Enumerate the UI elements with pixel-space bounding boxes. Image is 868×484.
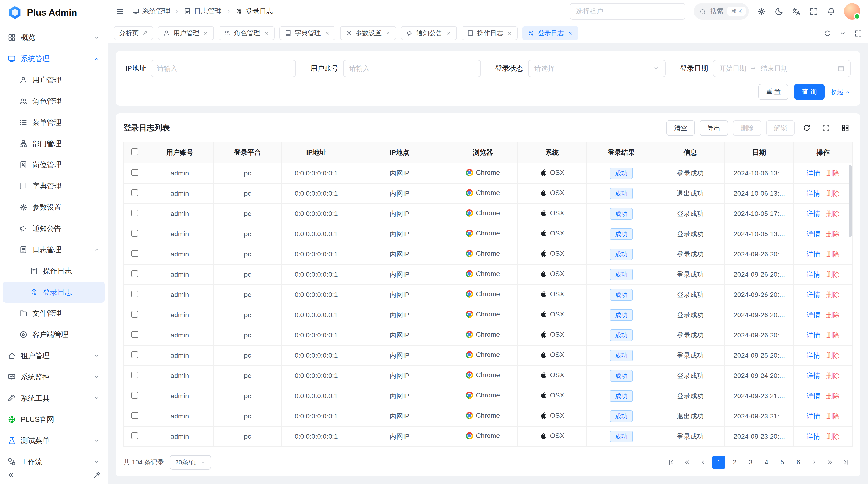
sidebar-item[interactable]: 测试菜单 [0,430,107,451]
sidebar-item[interactable]: 菜单管理 [0,112,107,133]
row-checkbox[interactable] [131,311,138,318]
row-checkbox[interactable] [131,230,138,237]
tab[interactable]: 操作日志 [462,26,518,40]
pagination-prev[interactable] [696,456,709,469]
pagination-first[interactable] [664,456,678,469]
tab-close-button[interactable] [203,29,209,37]
delete-link[interactable]: 删除 [826,291,840,298]
sidebar-item[interactable]: 工作流 [0,451,107,465]
pagination-page[interactable]: 2 [728,456,741,469]
collapse-filters-link[interactable]: 收起 [830,88,850,96]
sidebar-item[interactable]: 用户管理 [0,69,107,91]
table-refresh-button[interactable] [800,121,814,135]
export-button[interactable]: 导出 [700,120,728,136]
detail-link[interactable]: 详情 [807,291,820,298]
sidebar-item[interactable]: 参数设置 [0,197,107,218]
delete-link[interactable]: 删除 [826,311,840,319]
column-settings-button[interactable] [838,121,852,135]
pagination-page[interactable]: 1 [712,456,725,469]
tab[interactable]: 登录日志 [523,26,579,40]
tab[interactable]: 分析页 [114,26,153,40]
settings-button[interactable] [757,6,766,16]
delete-link[interactable]: 删除 [826,412,840,420]
detail-link[interactable]: 详情 [807,352,820,359]
breadcrumb-item[interactable]: 登录日志 [235,6,273,16]
delete-link[interactable]: 删除 [826,230,840,238]
delete-link[interactable]: 删除 [826,169,840,177]
row-checkbox[interactable] [131,250,138,257]
breadcrumb-item[interactable]: 系统管理 [132,6,170,16]
row-checkbox[interactable] [131,169,138,176]
sidebar-item[interactable]: 系统工具 [0,388,107,409]
row-checkbox[interactable] [131,210,138,217]
sidebar-item[interactable]: 文件管理 [0,303,107,324]
row-checkbox[interactable] [131,189,138,196]
sidebar-item[interactable]: 系统监控 [0,366,107,388]
delete-link[interactable]: 删除 [826,372,840,379]
row-checkbox[interactable] [131,372,138,379]
sidebar-item[interactable]: 字典管理 [0,175,107,197]
breadcrumb-item[interactable]: 日志管理 [184,6,222,16]
detail-link[interactable]: 详情 [807,392,820,400]
clear-button[interactable]: 清空 [666,120,695,136]
row-checkbox[interactable] [131,432,138,439]
detail-link[interactable]: 详情 [807,271,820,278]
row-checkbox[interactable] [131,392,138,399]
pagination-page[interactable]: 5 [776,456,789,469]
sidebar-item[interactable]: 租户管理 [0,345,107,366]
table-scrollbar[interactable] [849,165,851,237]
row-checkbox[interactable] [131,291,138,297]
delete-link[interactable]: 删除 [826,392,840,400]
sidebar-item[interactable]: 部门管理 [0,133,107,154]
theme-toggle-button[interactable] [774,6,784,16]
pagination-jump-back[interactable] [680,456,693,469]
language-button[interactable] [792,6,801,16]
pagination-page[interactable]: 3 [744,456,757,469]
pagination-page[interactable]: 6 [792,456,805,469]
row-checkbox[interactable] [131,351,138,358]
tab-close-button[interactable] [506,29,513,37]
delete-link[interactable]: 删除 [826,190,840,197]
sidebar-item[interactable]: 登录日志 [3,282,105,303]
delete-link[interactable]: 删除 [826,352,840,359]
table-fullscreen-button[interactable] [819,121,833,135]
row-checkbox[interactable] [131,412,138,419]
tab-close-button[interactable] [264,29,269,37]
pagination-jump-forward[interactable] [824,456,837,469]
sidebar-item[interactable]: 客户端管理 [0,324,107,345]
detail-link[interactable]: 详情 [807,169,820,177]
sidebar-item[interactable]: 系统管理 [0,48,107,69]
date-range-picker[interactable]: 开始日期结束日期 [713,60,850,77]
tenant-select[interactable]: 选择租户 [570,3,685,20]
sidebar-item[interactable]: 日志管理 [0,239,107,260]
pagination-last[interactable] [840,456,852,469]
unlock-button[interactable]: 解锁 [766,120,795,136]
detail-link[interactable]: 详情 [807,311,820,319]
detail-link[interactable]: 详情 [807,230,820,238]
menu-toggle-button[interactable] [116,7,124,16]
detail-link[interactable]: 详情 [807,372,820,379]
sidebar-item[interactable]: PLUS官网 [0,409,107,430]
refresh-tab-button[interactable] [824,29,831,38]
tab-close-button[interactable] [385,29,391,37]
sidebar-item[interactable]: 岗位管理 [0,154,107,175]
query-button[interactable]: 查 询 [794,84,825,100]
page-size-select[interactable]: 20条/页 [170,455,211,470]
detail-link[interactable]: 详情 [807,190,820,197]
tab[interactable]: 角色管理 [219,26,275,40]
tab-close-button[interactable] [324,29,330,37]
sidebar-pin-button[interactable] [93,470,101,479]
sidebar-item[interactable]: 操作日志 [0,260,107,282]
global-search[interactable]: 搜索 ⌘ K [694,3,749,20]
delete-link[interactable]: 删除 [826,210,840,218]
delete-link[interactable]: 删除 [826,331,840,339]
user-avatar[interactable] [844,3,860,20]
detail-link[interactable]: 详情 [807,210,820,218]
tab-close-button[interactable] [446,29,452,37]
tab[interactable]: 字典管理 [279,26,335,40]
delete-button[interactable]: 删除 [733,120,762,136]
content-fullscreen-button[interactable] [855,29,862,38]
delete-link[interactable]: 删除 [826,271,840,278]
pagination-next[interactable] [808,456,821,469]
detail-link[interactable]: 详情 [807,251,820,258]
